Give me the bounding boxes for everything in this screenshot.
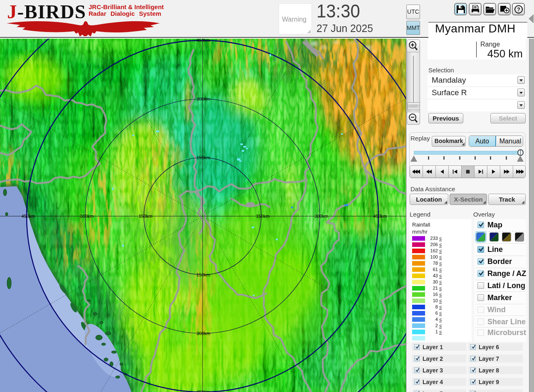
svg-text:450km: 450km [196,390,210,392]
svg-text:300km: 300km [196,331,210,336]
svg-text:450km: 450km [196,39,210,43]
svg-text:150km: 150km [196,155,210,160]
svg-text:150km: 150km [138,214,152,219]
svg-text:300km: 300km [314,214,328,219]
svg-text:300km: 300km [196,96,210,101]
svg-text:150km: 150km [256,214,269,219]
svg-text:150km: 150km [196,272,210,277]
svg-text:300km: 300km [80,214,94,219]
svg-text:450km: 450km [21,214,35,219]
svg-text:?: ? [517,6,520,12]
svg-text:450km: 450km [373,214,387,219]
